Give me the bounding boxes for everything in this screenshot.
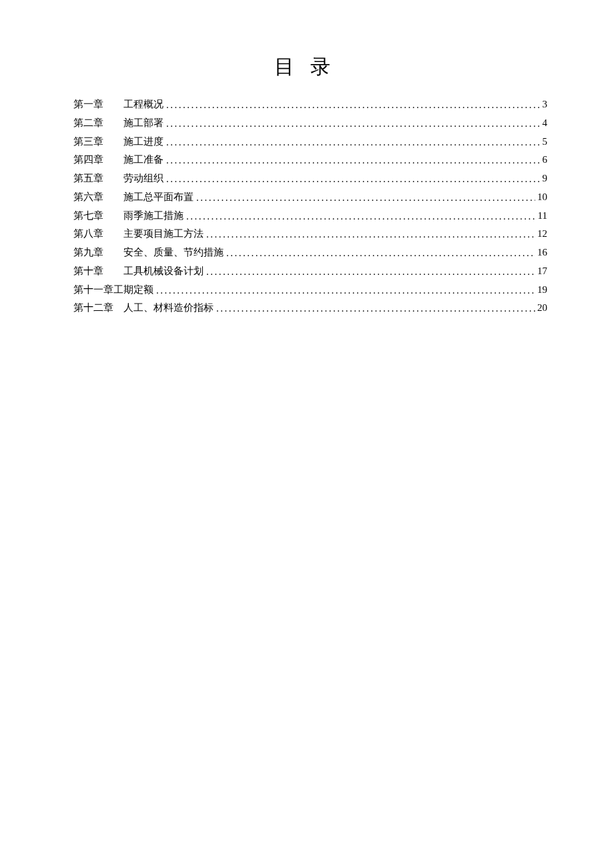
toc-chapter: 第四章 bbox=[73, 151, 103, 169]
toc-gap bbox=[103, 169, 123, 188]
toc-entry-title: 施工部署 bbox=[123, 114, 164, 133]
toc-page-number: 19 bbox=[535, 281, 547, 300]
toc-page-number: 17 bbox=[535, 262, 547, 281]
toc-entry-title: 主要项目施工方法 bbox=[123, 225, 204, 244]
toc-gap bbox=[103, 114, 123, 133]
toc-page-number: 10 bbox=[535, 188, 547, 207]
toc-entry: 第九章 安全、质量、节约措施16 bbox=[73, 244, 547, 262]
toc-entry: 第六章 施工总平面布置10 bbox=[73, 188, 547, 207]
toc-entry-title: 施工总平面布置 bbox=[123, 188, 194, 207]
toc-page-number: 9 bbox=[541, 169, 548, 188]
toc-leader-dots bbox=[216, 300, 535, 318]
toc-leader-dots bbox=[156, 282, 535, 300]
page-title: 目录 bbox=[73, 53, 547, 81]
toc-entry-title: 安全、质量、节约措施 bbox=[123, 244, 224, 262]
toc-entry: 第三章 施工进度5 bbox=[73, 133, 547, 151]
toc-gap bbox=[103, 262, 123, 281]
toc-leader-dots bbox=[166, 96, 541, 115]
toc-leader-dots bbox=[226, 244, 535, 263]
toc-chapter: 第八章 bbox=[73, 225, 103, 244]
toc-chapter: 第七章 bbox=[73, 207, 103, 226]
toc-page-number: 6 bbox=[541, 151, 548, 169]
toc-gap bbox=[103, 151, 123, 169]
toc-entry: 第十一章工期定额19 bbox=[73, 281, 547, 300]
toc-entry-title: 施工准备 bbox=[123, 151, 164, 169]
toc-entry: 第七章 雨季施工措施11 bbox=[73, 207, 547, 226]
toc-leader-dots bbox=[206, 263, 535, 282]
toc-chapter: 第五章 bbox=[73, 169, 103, 188]
toc-entry-title: 人工、材料造价指标 bbox=[123, 299, 214, 318]
toc-entry-title: 雨季施工措施 bbox=[123, 207, 184, 226]
toc-leader-dots bbox=[166, 133, 541, 152]
toc-gap bbox=[103, 244, 123, 262]
toc-page-number: 11 bbox=[536, 207, 547, 226]
toc-leader-dots bbox=[206, 226, 535, 244]
toc-gap bbox=[103, 133, 123, 151]
toc-gap bbox=[113, 299, 123, 318]
toc-entry: 第四章 施工准备6 bbox=[73, 151, 547, 169]
toc-chapter: 第二章 bbox=[73, 114, 103, 133]
toc-leader-dots bbox=[196, 189, 535, 207]
toc-gap bbox=[103, 225, 123, 244]
table-of-contents: 第一章 工程概况3第二章 施工部署4第三章 施工进度5第四章 施工准备6第五章 … bbox=[73, 95, 547, 318]
toc-gap bbox=[103, 95, 123, 114]
toc-gap bbox=[103, 188, 123, 207]
toc-leader-dots bbox=[166, 170, 541, 189]
toc-page-number: 5 bbox=[541, 133, 548, 151]
toc-chapter: 第九章 bbox=[73, 244, 103, 262]
toc-chapter: 第六章 bbox=[73, 188, 103, 207]
toc-entry: 第五章 劳动组织9 bbox=[73, 169, 547, 188]
toc-leader-dots bbox=[166, 151, 541, 170]
toc-leader-dots bbox=[166, 115, 541, 133]
toc-page-number: 3 bbox=[541, 95, 548, 114]
toc-entry-title: 工具机械设备计划 bbox=[123, 262, 204, 281]
toc-page-number: 16 bbox=[535, 244, 547, 262]
toc-leader-dots bbox=[186, 207, 536, 226]
toc-entry-title: 工期定额 bbox=[113, 281, 154, 300]
toc-entry: 第一章 工程概况3 bbox=[73, 95, 547, 114]
toc-entry-title: 劳动组织 bbox=[123, 169, 164, 188]
toc-gap bbox=[103, 207, 123, 226]
toc-page-number: 12 bbox=[535, 225, 547, 244]
toc-page-number: 20 bbox=[535, 299, 547, 318]
toc-entry: 第八章 主要项目施工方法12 bbox=[73, 225, 547, 244]
toc-chapter: 第三章 bbox=[73, 133, 103, 151]
toc-chapter: 第十一章 bbox=[73, 281, 113, 300]
toc-page-number: 4 bbox=[541, 114, 548, 133]
toc-entry: 第二章 施工部署4 bbox=[73, 114, 547, 133]
toc-chapter: 第十章 bbox=[73, 262, 103, 281]
toc-chapter: 第十二章 bbox=[73, 299, 113, 318]
toc-entry: 第十章 工具机械设备计划17 bbox=[73, 262, 547, 281]
toc-entry-title: 施工进度 bbox=[123, 133, 164, 151]
toc-entry-title: 工程概况 bbox=[123, 95, 164, 114]
toc-chapter: 第一章 bbox=[73, 95, 103, 114]
toc-entry: 第十二章 人工、材料造价指标20 bbox=[73, 299, 547, 318]
